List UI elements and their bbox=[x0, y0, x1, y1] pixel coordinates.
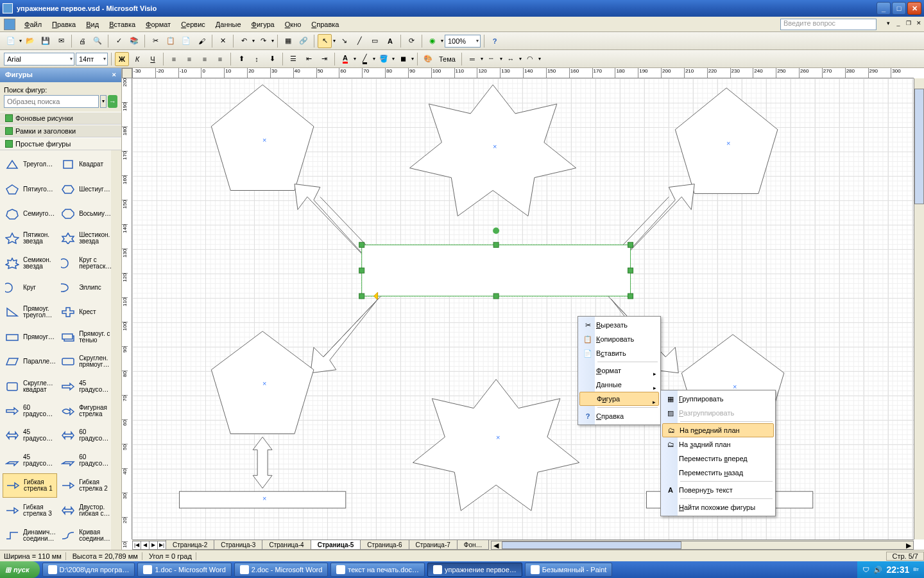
line-color-button[interactable]: ╱ bbox=[357, 52, 372, 66]
shape-stencil-item[interactable]: Семикон. звезда bbox=[3, 252, 57, 275]
taskbar-button[interactable]: упражнение первое… bbox=[427, 563, 522, 577]
align-justify-button[interactable]: ≡ bbox=[213, 52, 227, 66]
valign-middle-button[interactable]: ↕ bbox=[250, 52, 264, 66]
snap-button[interactable]: ◉ bbox=[425, 34, 440, 48]
menu-item-На задний план[interactable]: 🗂На задний план bbox=[662, 437, 774, 451]
paste-button[interactable]: 📄 bbox=[179, 34, 193, 48]
menu-item-Повернуть текст[interactable]: AПовернуть текст bbox=[662, 483, 774, 497]
align-left-button[interactable]: ≡ bbox=[167, 52, 181, 66]
undo-button[interactable]: ↶ bbox=[237, 34, 251, 48]
shape-stencil-item[interactable]: Круг с перетаск… bbox=[58, 252, 111, 275]
menu-Окно[interactable]: Окно bbox=[280, 21, 307, 28]
search-dropdown[interactable]: ▾ bbox=[100, 95, 107, 108]
align-right-button[interactable]: ≡ bbox=[198, 52, 212, 66]
page-tab[interactable]: Фон… bbox=[457, 540, 490, 550]
spellcheck-button[interactable]: ✓ bbox=[112, 34, 126, 48]
shape-stencil-item[interactable]: Двустор. гибкая с… bbox=[58, 499, 111, 522]
shape-stencil-item[interactable]: Гибкая стрелка 1 bbox=[3, 473, 57, 498]
shape-stencil-item[interactable]: Восьмиу… bbox=[58, 202, 111, 225]
taskbar-button[interactable]: 2.doc - Microsoft Word bbox=[234, 563, 328, 577]
rotate-tool[interactable]: ⟳ bbox=[404, 34, 418, 48]
shape-stencil-item[interactable]: Гибкая стрелка 3 bbox=[3, 499, 57, 522]
menu-Формат[interactable]: Формат bbox=[141, 21, 176, 28]
taskbar-button[interactable]: D:\2008\для програ… bbox=[42, 563, 135, 577]
preview-button[interactable]: 🔍 bbox=[90, 34, 105, 48]
delete-button[interactable]: ✕ bbox=[216, 34, 230, 48]
help-search[interactable]: Введите вопрос bbox=[780, 19, 877, 30]
menu-Файл[interactable]: Файл bbox=[19, 21, 47, 28]
canvas[interactable]: × × × bbox=[132, 78, 914, 539]
shape-category[interactable]: Фоновые рисунки bbox=[0, 112, 121, 125]
maximize-button[interactable]: □ bbox=[892, 2, 906, 15]
horizontal-scrollbar[interactable]: ◀ ▶ bbox=[491, 541, 914, 550]
text-tool[interactable]: A bbox=[383, 34, 397, 48]
shape-stencil-item[interactable]: 60 градусо… bbox=[3, 399, 57, 423]
menu-item-Переместить вперед[interactable]: Переместить вперед bbox=[662, 451, 774, 466]
taskbar-button[interactable]: текст на печать.doc… bbox=[330, 563, 425, 577]
document-icon[interactable] bbox=[4, 19, 15, 30]
shape-stencil-item[interactable]: Шестиуг… bbox=[58, 177, 111, 200]
menu-item-Вырезать[interactable]: ✂Вырезать bbox=[579, 318, 659, 332]
open-button[interactable]: 📂 bbox=[23, 34, 37, 48]
mdi-min[interactable]: _ bbox=[894, 20, 903, 29]
menu-Правка[interactable]: Правка bbox=[47, 21, 81, 28]
print-button[interactable]: 🖨 bbox=[75, 34, 89, 48]
menu-item-Данные[interactable]: Данные bbox=[579, 378, 659, 392]
shape-stencil-item[interactable]: 45 градусо… bbox=[3, 424, 57, 447]
indent-inc-button[interactable]: ⇥ bbox=[317, 52, 331, 66]
help-button[interactable]: ? bbox=[488, 34, 502, 48]
menu-item-Переместить назад[interactable]: Переместить назад bbox=[662, 466, 774, 480]
shape-stencil-item[interactable]: Пятиуго… bbox=[3, 177, 57, 200]
page-prev[interactable]: ◀ bbox=[141, 541, 150, 550]
pointer-tool[interactable]: ↖ bbox=[318, 34, 332, 48]
shape-stencil-item[interactable]: 45 градусо… bbox=[3, 449, 57, 472]
mdi-close[interactable]: ✕ bbox=[914, 20, 923, 29]
menu-item-Вставить[interactable]: 📄Вставить bbox=[579, 346, 659, 360]
mdi-arrow[interactable]: ▾ bbox=[884, 20, 893, 29]
font-color-button[interactable]: A bbox=[338, 52, 352, 66]
menu-item-Группировать[interactable]: ▦Группировать bbox=[662, 392, 774, 406]
shape-stencil-item[interactable]: Динамич… соедини… bbox=[3, 524, 57, 547]
shape-stencil-item[interactable]: Кривая соедини… bbox=[58, 524, 111, 547]
shape-stencil-item[interactable]: Прямоуг. треугол… bbox=[3, 301, 57, 324]
format-painter-button[interactable]: 🖌 bbox=[194, 34, 209, 48]
align-center-button[interactable]: ≡ bbox=[182, 52, 196, 66]
link-button[interactable]: 🔗 bbox=[296, 34, 311, 48]
close-button[interactable]: ✕ bbox=[907, 2, 921, 15]
menu-Вставка[interactable]: Вставка bbox=[104, 21, 141, 28]
page-first[interactable]: |◀ bbox=[132, 541, 141, 550]
line-tool[interactable]: ╱ bbox=[352, 34, 366, 48]
shapes-panel-close[interactable]: × bbox=[112, 71, 116, 80]
corner-button[interactable]: ◠ bbox=[523, 52, 537, 66]
shape-stencil-item[interactable]: Пятикон. звезда bbox=[3, 227, 57, 250]
minimize-button[interactable]: _ bbox=[877, 2, 891, 15]
shape-stencil-item[interactable]: Квадрат bbox=[58, 153, 111, 176]
menu-Данные[interactable]: Данные bbox=[210, 21, 246, 28]
menu-item-Справка[interactable]: ?Справка bbox=[579, 409, 659, 423]
redo-button[interactable]: ↷ bbox=[256, 34, 270, 48]
taskbar-button[interactable]: Безымянный - Paint bbox=[525, 563, 613, 577]
shapes-window-button[interactable]: ▦ bbox=[281, 34, 295, 48]
line-ends-button[interactable]: ↔ bbox=[504, 52, 518, 66]
mdi-restore[interactable]: ❐ bbox=[904, 20, 913, 29]
page-tab[interactable]: Страница-7 bbox=[409, 540, 458, 550]
menu-Фигура[interactable]: Фигура bbox=[246, 21, 280, 28]
page-tab[interactable]: Страница-2 bbox=[166, 540, 214, 550]
indent-dec-button[interactable]: ⇤ bbox=[302, 52, 316, 66]
shape-stencil-item[interactable]: Шестикон. звезда bbox=[58, 227, 111, 250]
vertical-scrollbar[interactable] bbox=[914, 78, 924, 539]
shadow-button[interactable]: ◼ bbox=[396, 52, 410, 66]
line-weight-button[interactable]: ═ bbox=[465, 52, 479, 66]
menu-item-Найти похожие фигуры[interactable]: Найти похожие фигуры bbox=[662, 500, 774, 514]
line-pattern-button[interactable]: ┄ bbox=[484, 52, 499, 66]
menu-Сервис[interactable]: Сервис bbox=[176, 21, 210, 28]
shape-stencil-item[interactable]: Круг bbox=[3, 276, 57, 299]
tray-icon[interactable]: 🛡 bbox=[862, 566, 869, 574]
font-combo[interactable]: Arial bbox=[4, 53, 74, 66]
bold-button[interactable]: Ж bbox=[115, 52, 129, 66]
shape-stencil-item[interactable]: Паралле… bbox=[3, 350, 57, 373]
shape-stencil-item[interactable]: Скруглен. прямоуг… bbox=[58, 350, 111, 373]
shape-stencil-item[interactable]: 45 градусо… bbox=[58, 374, 111, 398]
shape-stencil-item[interactable]: Крест bbox=[58, 301, 111, 324]
shape-stencil-item[interactable]: Гибкая стрелка 2 bbox=[58, 473, 111, 498]
